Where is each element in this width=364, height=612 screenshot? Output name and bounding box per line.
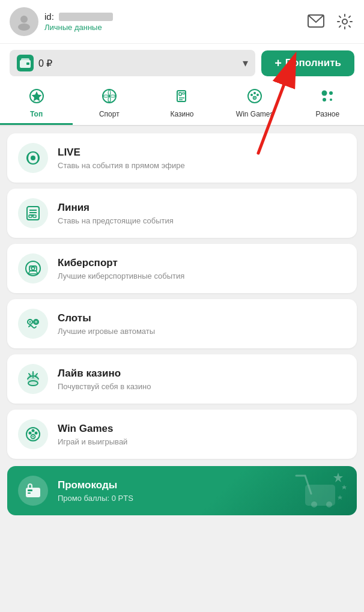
- tab-casino[interactable]: Казино: [145, 82, 218, 125]
- svg-point-44: [32, 429, 35, 432]
- svg-rect-49: [28, 489, 32, 491]
- menu-item-livecasino[interactable]: Лайв казино Почувствуй себя в казино: [7, 354, 357, 404]
- svg-marker-56: [338, 495, 342, 500]
- svg-point-52: [311, 501, 317, 507]
- user-personal-link[interactable]: Личные данные: [44, 23, 113, 32]
- tab-sport[interactable]: Спорт: [73, 82, 145, 125]
- wingames-subtitle: Играй и выигрывай: [58, 437, 127, 446]
- menu-list: LIVE Ставь на события в прямом эфире Лин…: [0, 126, 364, 466]
- menu-item-live[interactable]: LIVE Ставь на события в прямом эфире: [7, 133, 357, 183]
- wallet-icon: [17, 55, 34, 71]
- menu-item-line[interactable]: Линия Ставь на предстоящие события: [7, 189, 357, 238]
- deposit-button[interactable]: + Пополнить: [261, 50, 354, 76]
- user-id-masked: [59, 13, 113, 21]
- live-icon: [18, 143, 48, 173]
- svg-point-43: [29, 432, 32, 435]
- esports-subtitle: Лучшие киберспортивные события: [58, 271, 184, 280]
- tab-top-label: Топ: [30, 110, 43, 118]
- slots-icon: [18, 309, 48, 339]
- misc-icon: [320, 88, 335, 108]
- svg-rect-31: [33, 215, 36, 217]
- svg-rect-50: [28, 492, 31, 494]
- line-title: Линия: [58, 202, 174, 214]
- nav-tabs: Топ Спорт Казино: [0, 82, 364, 126]
- svg-point-15: [250, 94, 253, 96]
- sport-icon: [102, 88, 117, 108]
- casino-icon: [174, 88, 190, 108]
- line-subtitle: Ставь на предстоящие события: [58, 216, 174, 225]
- svg-marker-54: [333, 473, 343, 482]
- livecasino-subtitle: Почувствуй себя в казино: [58, 382, 151, 391]
- top-icon: [29, 88, 44, 108]
- svg-point-45: [35, 432, 38, 435]
- svg-point-3: [342, 19, 347, 24]
- promo-decoration: [293, 470, 347, 512]
- svg-rect-48: [26, 488, 40, 497]
- settings-icon[interactable]: [335, 12, 354, 31]
- user-id-label: id:: [44, 11, 54, 22]
- menu-item-wingames[interactable]: Win Games Играй и выигрывай: [7, 410, 357, 459]
- svg-point-19: [254, 97, 255, 98]
- balance-selector[interactable]: 0 ₽ ▾: [10, 50, 255, 76]
- wingames-text: Win Games Играй и выигрывай: [58, 423, 127, 446]
- live-title: LIVE: [58, 147, 185, 159]
- promo-card[interactable]: Промокоды Промо баллы: 0 PTS: [7, 466, 357, 515]
- svg-point-21: [329, 91, 333, 95]
- svg-point-39: [29, 321, 31, 323]
- esports-icon: [18, 253, 48, 283]
- svg-rect-30: [29, 215, 32, 217]
- tab-wingames[interactable]: Win Games: [219, 82, 291, 125]
- chevron-down-icon: ▾: [243, 56, 248, 70]
- slots-text: Слоты Лучшие игровые автоматы: [58, 312, 155, 336]
- live-subtitle: Ставь на события в прямом эфире: [58, 161, 185, 170]
- slots-title: Слоты: [58, 312, 155, 324]
- header-left: id: Личные данные: [10, 7, 299, 36]
- livecasino-icon: [18, 364, 48, 394]
- tab-sport-label: Спорт: [99, 110, 120, 118]
- svg-point-1: [18, 23, 30, 31]
- svg-point-34: [32, 267, 35, 270]
- header: id: Личные данные: [0, 0, 364, 43]
- svg-point-23: [330, 98, 332, 101]
- svg-marker-55: [342, 485, 347, 489]
- deposit-plus-icon: +: [275, 56, 282, 70]
- wingames-icon: [247, 88, 262, 108]
- tab-wingames-label: Win Games: [236, 110, 274, 118]
- esports-text: Киберспорт Лучшие киберспортивные событи…: [58, 257, 184, 280]
- tab-top[interactable]: Топ: [0, 82, 73, 125]
- svg-point-53: [326, 501, 332, 507]
- svg-point-47: [32, 436, 34, 437]
- svg-point-17: [256, 94, 259, 96]
- tab-misc-label: Разное: [316, 110, 340, 118]
- balance-bar: 0 ₽ ▾ + Пополнить: [0, 43, 364, 82]
- svg-point-40: [34, 320, 38, 324]
- wingames-title: Win Games: [58, 423, 127, 435]
- header-icons: [306, 12, 354, 31]
- message-icon[interactable]: [306, 12, 326, 31]
- esports-title: Киберспорт: [58, 257, 184, 269]
- wingames-menu-icon: [18, 419, 48, 449]
- line-icon: [18, 198, 48, 228]
- svg-rect-5: [26, 62, 29, 65]
- livecasino-title: Лайв казино: [58, 368, 151, 380]
- menu-item-esports[interactable]: Киберспорт Лучшие киберспортивные событи…: [7, 244, 357, 293]
- menu-item-slots[interactable]: Слоты Лучшие игровые автоматы: [7, 299, 357, 348]
- svg-rect-11: [183, 92, 184, 94]
- tab-misc[interactable]: Разное: [291, 82, 364, 125]
- livecasino-text: Лайв казино Почувствуй себя в казино: [58, 368, 151, 391]
- deposit-label: Пополнить: [285, 57, 341, 69]
- promo-icon: [18, 476, 48, 506]
- svg-point-20: [322, 91, 327, 96]
- line-text: Линия Ставь на предстоящие события: [58, 202, 174, 225]
- svg-rect-10: [179, 92, 181, 95]
- live-text: LIVE Ставь на события в прямом эфире: [58, 147, 185, 170]
- avatar[interactable]: [10, 7, 38, 36]
- tab-casino-label: Казино: [170, 110, 193, 118]
- svg-marker-7: [31, 91, 41, 101]
- svg-point-16: [253, 92, 256, 94]
- svg-point-22: [323, 98, 326, 101]
- user-info: id: Личные данные: [44, 11, 113, 32]
- svg-point-0: [20, 16, 28, 23]
- svg-point-25: [31, 156, 35, 160]
- slots-subtitle: Лучшие игровые автоматы: [58, 327, 155, 336]
